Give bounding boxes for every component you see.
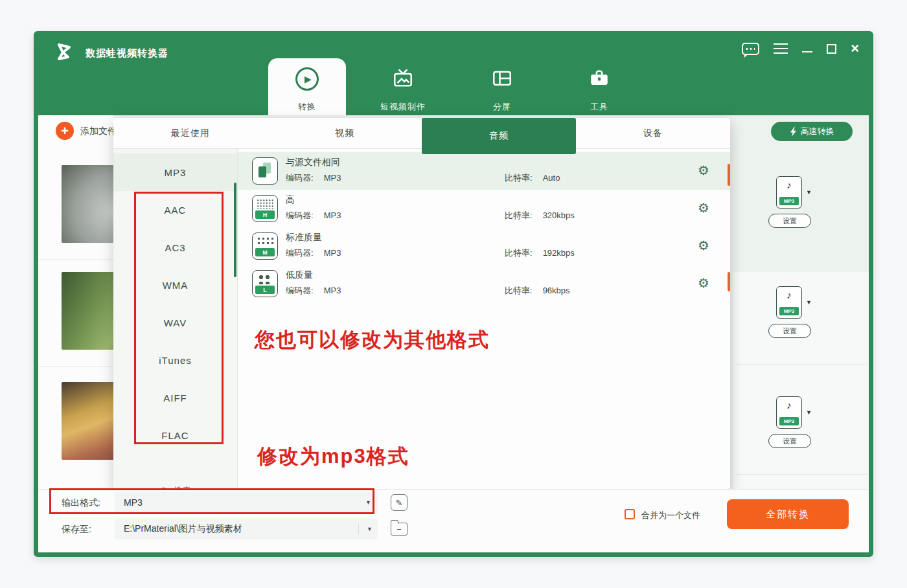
format-panel-tabs: 最近使用 视频 音频 设备 xyxy=(113,118,730,149)
scrollbar-thumb[interactable] xyxy=(234,183,236,277)
gear-icon[interactable]: ⚙ xyxy=(698,201,709,215)
format-item-wma[interactable]: WMA xyxy=(113,266,237,304)
profile-row-high[interactable]: H 高 编码器:MP3 比特率:320kbps ⚙ xyxy=(238,190,730,227)
scrollbar-thumb[interactable] xyxy=(728,272,730,291)
tab-split-screen[interactable]: 分屏 xyxy=(463,58,541,115)
split-screen-icon xyxy=(491,67,513,89)
quality-low-icon: L xyxy=(252,270,278,297)
tab-label: 短视频制作 xyxy=(364,101,442,113)
tab-label: 工具 xyxy=(560,101,638,113)
chevron-down-icon[interactable]: ▼ xyxy=(806,189,812,196)
chevron-down-icon: ▼ xyxy=(358,524,373,534)
output-format-label: 输出格式: xyxy=(62,497,100,509)
chevron-down-icon[interactable]: ▼ xyxy=(806,409,812,416)
same-as-source-icon xyxy=(252,157,278,185)
video-thumbnail[interactable] xyxy=(62,272,113,350)
annotation-text-other-formats: 您也可以修改为其他格式 xyxy=(255,326,490,354)
close-icon[interactable]: × xyxy=(851,41,859,56)
format-item-flac[interactable]: FLAC xyxy=(113,416,237,454)
music-note-icon: ♪ xyxy=(777,287,801,304)
tools-icon xyxy=(588,67,610,89)
save-to-label: 保存至: xyxy=(62,524,91,536)
feedback-icon[interactable] xyxy=(742,43,759,55)
divider xyxy=(38,259,113,260)
save-path-select[interactable]: E:\PrMaterial\图片与视频素材 ▼ xyxy=(115,519,378,539)
video-thumbnail[interactable] xyxy=(62,165,113,243)
mp3-file-icon[interactable]: ♪ MP3 xyxy=(776,286,802,319)
merge-label: 合并为一个文件 xyxy=(641,510,700,521)
tab-recently-used[interactable]: 最近使用 xyxy=(113,118,268,148)
divider xyxy=(735,364,867,365)
app-title: 数据蛙视频转换器 xyxy=(86,47,168,60)
tab-device[interactable]: 设备 xyxy=(576,118,730,148)
screenshot-root: 数据蛙视频转换器 × ▶ 转换 短视频制作 xyxy=(0,0,907,588)
maximize-icon[interactable] xyxy=(827,44,836,54)
tab-label: 转换 xyxy=(268,101,346,113)
format-panel: 最近使用 视频 音频 设备 MP3 AAC AC3 WMA WAV iTunes… xyxy=(113,118,730,489)
tab-audio[interactable]: 音频 xyxy=(422,118,576,154)
app-logo-icon xyxy=(52,39,78,65)
chevron-down-icon[interactable]: ▼ xyxy=(806,299,812,306)
output-format-select[interactable]: MP3 ▼ xyxy=(115,492,378,513)
merge-checkbox[interactable] xyxy=(625,509,635,519)
chevron-down-icon: ▼ xyxy=(359,499,371,506)
settings-button[interactable]: 设置 xyxy=(768,324,811,338)
add-files-label: 添加文件 xyxy=(80,126,117,137)
tab-short-video[interactable]: 短视频制作 xyxy=(364,58,442,115)
short-video-icon xyxy=(392,67,414,89)
fast-convert-button[interactable]: 高速转换 xyxy=(771,122,853,141)
quality-high-icon: H xyxy=(252,195,278,222)
settings-button[interactable]: 设置 xyxy=(768,434,811,448)
profile-row-low[interactable]: L 低质量 编码器:MP3 比特率:96kbps ⚙ xyxy=(238,265,730,302)
format-item-aiff[interactable]: AIFF xyxy=(113,379,237,416)
rename-icon[interactable]: ✎ xyxy=(391,494,408,511)
profile-row-standard[interactable]: M 标准质量 编码器:MP3 比特率:192kbps ⚙ xyxy=(238,227,730,265)
quality-standard-icon: M xyxy=(252,232,278,260)
tab-tools[interactable]: 工具 xyxy=(560,58,638,115)
settings-button[interactable]: 设置 xyxy=(768,214,811,228)
music-note-icon: ♪ xyxy=(777,397,801,414)
add-files-button[interactable]: + xyxy=(56,122,74,140)
divider xyxy=(735,474,867,475)
mp3-file-icon[interactable]: ♪ MP3 xyxy=(776,396,802,429)
convert-icon: ▶ xyxy=(295,67,319,91)
format-item-itunes[interactable]: iTunes xyxy=(113,341,237,379)
lightning-icon xyxy=(790,127,797,137)
output-column: 高速转换 ♪ MP3 ▼ 设置 ♪ MP3 ▼ 设置 xyxy=(733,118,869,489)
open-folder-icon[interactable]: − xyxy=(391,523,408,536)
menu-icon[interactable] xyxy=(774,43,788,54)
format-list: MP3 AAC AC3 WMA WAV iTunes AIFF FLAC 搜索 xyxy=(113,149,238,489)
tab-convert[interactable]: ▶ 转换 xyxy=(268,58,346,115)
titlebar-controls: × xyxy=(742,40,859,57)
gear-icon[interactable]: ⚙ xyxy=(698,276,709,290)
video-thumbnail[interactable] xyxy=(62,382,113,460)
format-item-wav[interactable]: WAV xyxy=(113,304,237,341)
scrollbar-thumb[interactable] xyxy=(728,164,730,186)
mp3-file-icon[interactable]: ♪ MP3 xyxy=(776,176,802,209)
format-item-mp3[interactable]: MP3 xyxy=(113,153,237,191)
gear-icon[interactable]: ⚙ xyxy=(698,163,709,177)
tab-video[interactable]: 视频 xyxy=(268,118,422,148)
tab-label: 分屏 xyxy=(463,101,541,113)
minimize-icon[interactable] xyxy=(802,51,812,52)
profile-row-same-as-source[interactable]: 与源文件相同 编码器:MP3 比特率:Auto ⚙ xyxy=(238,152,730,190)
format-item-ac3[interactable]: AC3 xyxy=(113,229,237,266)
gear-icon[interactable]: ⚙ xyxy=(698,238,709,253)
divider xyxy=(38,366,113,367)
convert-all-button[interactable]: 全部转换 xyxy=(727,499,849,529)
file-list-strip xyxy=(38,115,113,489)
annotation-text-mp3: 修改为mp3格式 xyxy=(257,443,409,470)
format-item-aac[interactable]: AAC xyxy=(113,191,237,229)
music-note-icon: ♪ xyxy=(777,177,801,194)
app-window: 数据蛙视频转换器 × ▶ 转换 短视频制作 xyxy=(34,31,873,557)
profile-list: 与源文件相同 编码器:MP3 比特率:Auto ⚙ H 高 编码器:MP3 比特… xyxy=(238,149,730,489)
